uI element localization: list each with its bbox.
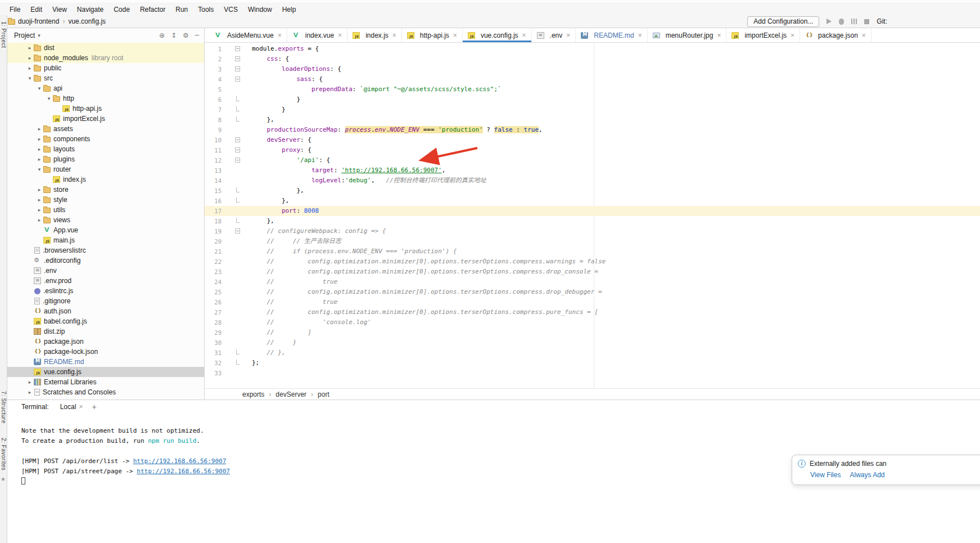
profiler-icon[interactable] (851, 19, 857, 24)
chevron-right-icon[interactable]: ▸ (35, 126, 43, 132)
new-terminal-icon[interactable]: + (92, 402, 96, 411)
tree-item-App.vue[interactable]: App.vue (7, 225, 204, 235)
close-tab-icon[interactable]: × (453, 32, 457, 39)
tree-item-package-lock.json[interactable]: package-lock.json (7, 347, 204, 357)
tree-item-External Libraries[interactable]: ▸External Libraries (7, 377, 204, 387)
chevron-down-icon[interactable]: ▾ (38, 33, 40, 38)
tree-item-.gitignore[interactable]: .gitignore (7, 296, 204, 306)
code-line-26[interactable]: 26 // true (205, 297, 980, 307)
tree-item-style[interactable]: ▸style (7, 195, 204, 205)
close-tab-icon[interactable]: × (862, 32, 866, 39)
editor-tab-menuRouter.jpg[interactable]: menuRouter.jpg× (648, 28, 727, 42)
menu-item-tools[interactable]: Tools (193, 5, 219, 15)
editor-tab-package.json[interactable]: package.json× (800, 28, 871, 42)
chevron-right-icon[interactable]: ▸ (26, 65, 34, 71)
tree-item-store[interactable]: ▸store (7, 185, 204, 195)
menu-item-view[interactable]: View (47, 5, 72, 15)
code-line-24[interactable]: 24 // true (205, 277, 980, 287)
editor-tab-importExcel.js[interactable]: importExcel.js× (726, 28, 800, 42)
code-line-28[interactable]: 28 // 'console.log' (205, 317, 980, 327)
fold-collapse-icon[interactable]: − (235, 158, 240, 163)
tree-item-.eslintrc.js[interactable]: .eslintrc.js (7, 286, 204, 296)
editor-tab-vue.config.js[interactable]: vue.config.js× (463, 28, 532, 42)
code-line-25[interactable]: 25 // config.optimization.minimizer[0].o… (205, 287, 980, 297)
code-line-31[interactable]: 31 // }, (205, 348, 980, 358)
tree-item-http-api.js[interactable]: http-api.js (7, 104, 204, 114)
code-line-14[interactable]: 14 logLevel:'debug', //控制台终端打印代理前的真实地址 (205, 176, 980, 186)
chevron-down-icon[interactable]: ▾ (26, 75, 34, 81)
breadcrumb-devServer[interactable]: devServer (276, 391, 306, 398)
chevron-right-icon[interactable]: ▸ (35, 136, 43, 142)
code-line-15[interactable]: 15 }, (205, 186, 980, 196)
code-line-5[interactable]: 5 prependData: `@import "~@/assets/scss/… (205, 84, 980, 95)
fold-collapse-icon[interactable]: − (235, 46, 240, 51)
close-tab-icon[interactable]: × (338, 32, 342, 39)
close-tab-icon[interactable]: × (638, 32, 642, 39)
breadcrumb-exports[interactable]: exports (242, 391, 264, 398)
breadcrumb-project[interactable]: duoji-frontend (18, 17, 59, 25)
view-files-link[interactable]: View Files (810, 471, 841, 479)
editor-tab-index.js[interactable]: index.js× (347, 28, 402, 42)
tree-item-api[interactable]: ▾api (7, 83, 204, 93)
editor-tab-AsideMenu.vue[interactable]: AsideMenu.vue× (209, 28, 287, 42)
tree-item-components[interactable]: ▸components (7, 134, 204, 144)
tree-item-http[interactable]: ▾http (7, 93, 204, 104)
tree-item-src[interactable]: ▾src (7, 73, 204, 83)
close-tab-icon[interactable]: × (566, 32, 570, 39)
chevron-right-icon[interactable]: ▸ (26, 389, 34, 395)
editor-tab-.env[interactable]: .env× (532, 28, 576, 42)
code-line-9[interactable]: 9 productionSourceMap: process.env.NODE_… (205, 125, 980, 135)
expand-collapse-icon[interactable]: ↕ (171, 32, 177, 39)
fold-collapse-icon[interactable]: − (235, 77, 240, 82)
tree-item-main.js[interactable]: main.js (7, 235, 204, 245)
stop-icon[interactable] (864, 19, 869, 24)
add-configuration-button[interactable]: Add Configuration... (747, 16, 819, 27)
code-line-17[interactable]: 17 port: 8008 (205, 206, 980, 216)
code-line-1[interactable]: 1−module.exports = { (205, 44, 980, 54)
close-tab-icon[interactable]: × (522, 32, 526, 39)
breadcrumb-port[interactable]: port (318, 391, 329, 398)
terminal-tab-local[interactable]: Local (60, 403, 76, 411)
menu-item-code[interactable]: Code (109, 5, 135, 15)
chevron-down-icon[interactable]: ▾ (35, 167, 43, 172)
code-line-32[interactable]: 32}; (205, 358, 980, 368)
code-line-23[interactable]: 23 // config.optimization.minimizer[0].o… (205, 267, 980, 277)
tree-item-router[interactable]: ▾router (7, 164, 204, 174)
settings-gear-icon[interactable]: ⚙ (183, 32, 189, 39)
tree-item-.env.prod[interactable]: .env.prod (7, 276, 204, 286)
tree-item-index.js[interactable]: index.js (7, 174, 204, 185)
code-line-29[interactable]: 29 // ] (205, 327, 980, 338)
chevron-down-icon[interactable]: ▾ (35, 86, 43, 91)
code-line-6[interactable]: 6 } (205, 95, 980, 105)
tree-item-plugins[interactable]: ▸plugins (7, 154, 204, 164)
fold-collapse-icon[interactable]: − (235, 147, 240, 152)
editor-tab-README.md[interactable]: README.md× (576, 28, 647, 42)
menu-item-refactor[interactable]: Refactor (135, 5, 170, 15)
project-panel-title[interactable]: Project (14, 32, 35, 39)
code-line-4[interactable]: 4− sass: { (205, 74, 980, 84)
chevron-right-icon[interactable]: ▸ (35, 156, 43, 162)
tool-button-favorites[interactable]: 2: Favorites (1, 438, 7, 470)
fold-collapse-icon[interactable]: − (235, 228, 240, 234)
git-menu[interactable]: Git: (877, 17, 887, 25)
tree-item-auth.json[interactable]: auth.json (7, 306, 204, 316)
chevron-right-icon[interactable]: ▸ (35, 146, 43, 152)
debug-bug-icon[interactable] (839, 19, 844, 25)
tree-item-dist.zip[interactable]: dist.zip (7, 326, 204, 336)
tree-item-utils[interactable]: ▸utils (7, 205, 204, 215)
menu-item-vcs[interactable]: VCS (219, 5, 243, 15)
code-line-19[interactable]: 19− // configureWebpack: config => { (205, 226, 980, 236)
code-line-20[interactable]: 20 // // 生产去除日志 (205, 236, 980, 246)
code-line-8[interactable]: 8 }, (205, 115, 980, 125)
editor-tab-index.vue[interactable]: index.vue× (287, 28, 347, 42)
fold-collapse-icon[interactable]: − (235, 56, 240, 61)
tree-item-views[interactable]: ▸views (7, 215, 204, 225)
code-line-3[interactable]: 3− loaderOptions: { (205, 64, 980, 74)
locate-icon[interactable]: ⊕ (159, 32, 165, 39)
close-tab-icon[interactable]: × (717, 32, 721, 39)
tool-button-project[interactable]: 1: Project (1, 21, 7, 48)
tree-item-vue.config.js[interactable]: vue.config.js (7, 367, 204, 377)
tree-item-.editorconfig[interactable]: .editorconfig (7, 255, 204, 266)
close-tab-icon[interactable]: × (791, 32, 794, 39)
code-line-12[interactable]: 12− '/api': { (205, 155, 980, 165)
